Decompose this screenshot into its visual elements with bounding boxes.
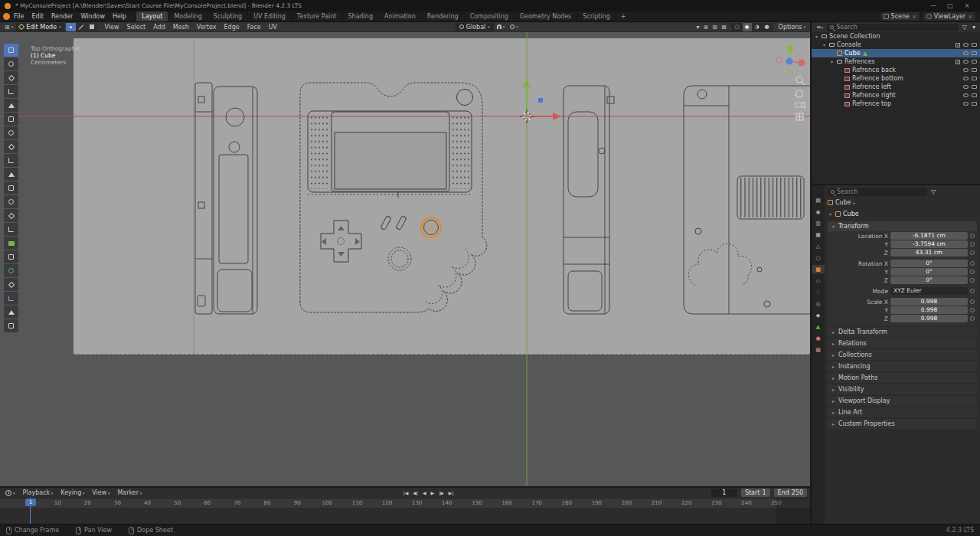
eye-icon[interactable] xyxy=(963,102,969,106)
show-overlays-icon[interactable]: ⊞ xyxy=(710,24,719,31)
expander-icon[interactable]: ▾ xyxy=(814,34,819,39)
tool-extrude-region[interactable] xyxy=(4,168,18,181)
expander-icon[interactable]: ▾ xyxy=(828,211,833,217)
tool-spin[interactable] xyxy=(4,250,18,263)
section-line-art[interactable]: ▸Line Art xyxy=(828,407,977,417)
prev-keyframe-button[interactable]: ◀| xyxy=(410,488,420,498)
expander-icon[interactable]: ▾ xyxy=(822,42,827,47)
tool-rip-region[interactable] xyxy=(4,319,18,332)
camera-icon[interactable] xyxy=(972,77,977,80)
eye-icon[interactable] xyxy=(963,60,969,64)
timeline-ruler[interactable]: 1102030405060708090100110120130140150160… xyxy=(0,498,810,508)
tab-uv-editing[interactable]: UV Editing xyxy=(248,11,292,21)
field-z[interactable]: 0.998 xyxy=(890,315,968,322)
proportional-edit-button[interactable]: ▾ xyxy=(508,25,521,29)
decorate-button[interactable] xyxy=(970,316,975,321)
viewport-menu-vertex[interactable]: Vertex xyxy=(193,22,220,32)
tool-shear[interactable] xyxy=(4,306,18,319)
tab-animation[interactable]: Animation xyxy=(379,11,422,21)
properties-tab-texture[interactable]: ▩ xyxy=(812,345,825,354)
section-visibility[interactable]: ▸Visibility xyxy=(828,384,977,394)
transform-panel-header[interactable]: ▾ Transform xyxy=(828,221,977,231)
properties-tab-tool[interactable]: ▤ xyxy=(812,196,825,204)
tool-edge-slide[interactable] xyxy=(4,278,18,291)
eye-icon[interactable] xyxy=(963,77,969,80)
tab-layout[interactable]: Layout xyxy=(136,11,168,21)
tool-smooth[interactable] xyxy=(4,264,18,277)
options-dropdown[interactable]: Options▾ xyxy=(776,24,808,31)
menu-window[interactable]: Window xyxy=(77,11,109,21)
select-mode-vertex[interactable] xyxy=(66,23,76,31)
viewport-menu-edge[interactable]: Edge xyxy=(220,22,243,32)
tab-geometry-nodes[interactable]: Geometry Nodes xyxy=(514,11,577,21)
eye-icon[interactable] xyxy=(963,51,969,55)
tab-scripting[interactable]: Scripting xyxy=(577,11,616,21)
playhead-badge[interactable]: 1 xyxy=(25,498,36,506)
tab-modeling[interactable]: Modeling xyxy=(168,11,207,21)
view-layer-selector[interactable]: ViewLayer × xyxy=(923,12,975,21)
checkbox-icon[interactable]: ✓ xyxy=(956,43,960,47)
shading-rendered-icon[interactable]: ● xyxy=(763,23,772,31)
outliner-row-refrence-bottom[interactable]: Refrence bottom xyxy=(812,74,980,83)
outliner-row-refrences[interactable]: ▾Refrences✓ xyxy=(812,57,980,66)
select-mode-edge[interactable] xyxy=(77,23,87,31)
eye-icon[interactable] xyxy=(963,68,969,72)
shading-material-icon[interactable]: ◑ xyxy=(753,23,762,31)
properties-tab-physics[interactable]: ◎ xyxy=(812,299,825,308)
outliner-row-console[interactable]: ▾Console✓ xyxy=(812,41,980,49)
unlink-view-layer-icon[interactable]: × xyxy=(968,14,972,20)
tool-transform[interactable] xyxy=(4,113,18,126)
object-name[interactable]: Cube xyxy=(843,211,859,217)
add-workspace-button[interactable]: + xyxy=(616,13,631,20)
tool-add-cube[interactable] xyxy=(4,154,18,167)
camera-icon[interactable] xyxy=(972,85,977,89)
field-location-x[interactable]: -6.1871 cm xyxy=(890,232,968,240)
properties-tab-output[interactable]: ▥ xyxy=(812,219,825,227)
field-scale-x[interactable]: 0.998 xyxy=(890,298,968,306)
timeline-track[interactable] xyxy=(0,508,810,524)
timeline-menu-marker[interactable]: Marker ▾ xyxy=(113,488,145,498)
timeline-menu-keying[interactable]: Keying ▾ xyxy=(57,488,88,498)
decorate-button[interactable] xyxy=(970,278,975,283)
jump-to-start-button[interactable]: |◀ xyxy=(401,488,411,498)
tab-rendering[interactable]: Rendering xyxy=(422,11,465,21)
tool-bevel[interactable] xyxy=(4,195,18,208)
field-rotation-x[interactable]: 0° xyxy=(890,260,968,267)
show-gizmo-icon[interactable]: ⊕ xyxy=(702,24,710,31)
properties-tab-view-layer[interactable]: ▦ xyxy=(812,230,825,239)
properties-tab-object[interactable]: ■ xyxy=(812,265,825,273)
decorate-button[interactable] xyxy=(970,308,975,312)
current-frame-field[interactable]: 1 xyxy=(711,489,737,497)
section-collections[interactable]: ▸Collections xyxy=(828,350,977,360)
properties-tab-data[interactable]: ▲ xyxy=(812,322,825,331)
properties-tab-modifiers[interactable]: ◇ xyxy=(812,276,825,285)
frame-start-field[interactable]: Start 1 xyxy=(741,489,770,497)
section-motion-paths[interactable]: ▸Motion Paths xyxy=(828,373,977,383)
tool-rotate[interactable] xyxy=(4,85,18,98)
scene-selector[interactable]: Scene × xyxy=(880,12,920,21)
properties-tab-render[interactable]: ◉ xyxy=(812,208,825,216)
field-y[interactable]: -3.7594 cm xyxy=(890,240,968,248)
eye-icon[interactable] xyxy=(963,85,969,89)
tool-loop-cut[interactable] xyxy=(4,209,18,222)
section-viewport-display[interactable]: ▸Viewport Display xyxy=(828,396,977,406)
expander-icon[interactable]: ▾ xyxy=(829,59,835,64)
properties-tab-world[interactable]: ○ xyxy=(812,253,825,262)
outliner-row-scene-collection[interactable]: ▾Scene Collection xyxy=(812,32,980,41)
decorate-button[interactable] xyxy=(970,299,975,304)
shading-solid-icon[interactable]: ◉ xyxy=(743,23,752,31)
outliner-editor-icon[interactable]: ≡▾ xyxy=(815,24,825,31)
tab-texture-paint[interactable]: Texture Paint xyxy=(292,11,343,21)
select-mode-face[interactable] xyxy=(87,23,97,31)
tab-shading[interactable]: Shading xyxy=(342,11,379,21)
outliner-row-refrence-right[interactable]: Refrence right xyxy=(812,91,980,100)
outliner-row-refrence-back[interactable]: Refrence back xyxy=(812,66,980,74)
toggle-xray-icon[interactable]: ⊠ xyxy=(720,24,728,31)
blender-menu-icon[interactable] xyxy=(3,13,10,20)
mode-dropdown[interactable]: Edit Mode ▾ xyxy=(16,23,64,31)
camera-icon[interactable] xyxy=(972,102,977,106)
frame-end-field[interactable]: End 250 xyxy=(774,489,807,497)
timeline-menu-view[interactable]: View ▾ xyxy=(88,488,113,498)
tool-knife[interactable] xyxy=(4,223,18,236)
field-z[interactable]: 0° xyxy=(890,276,968,284)
